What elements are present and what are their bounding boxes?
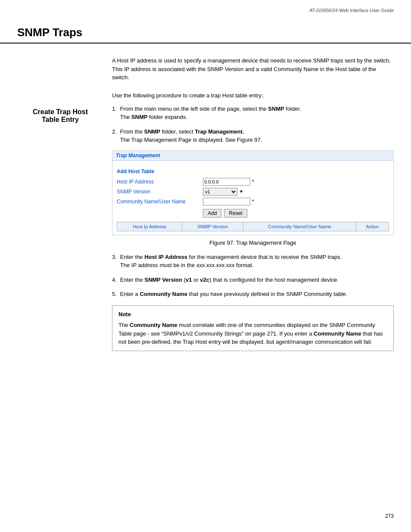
snmp-version-select[interactable]: v1 v2c	[203, 188, 237, 196]
snmp-version-input-group: v1 v2c ▼	[203, 188, 243, 196]
step-5-text: Enter a Community Name that you have pre…	[120, 290, 347, 299]
step-3-text: Enter the Host IP Address for the manage…	[120, 253, 342, 270]
add-button[interactable]: Add	[203, 209, 221, 218]
intro-text: A Host IP address is used to specify a m…	[112, 56, 394, 82]
step-1: 1. From the main menu on the left side o…	[112, 105, 394, 121]
step-5-num: 5.	[112, 290, 117, 299]
step-1-text: From the main menu on the left side of t…	[120, 105, 301, 121]
host-ip-required: *	[252, 179, 254, 185]
host-ip-input[interactable]	[203, 178, 250, 186]
steps-3-5: 3. Enter the Host IP Address for the man…	[112, 253, 394, 299]
figure-caption: Figure 97. Trap Management Page	[112, 240, 394, 246]
col-action: Action	[356, 222, 389, 231]
community-required: *	[252, 199, 254, 205]
steps-1-2: 1. From the main menu on the left side o…	[112, 105, 394, 144]
right-col: A Host IP address is used to specify a m…	[112, 56, 394, 351]
col-snmp-version: SNMP Version	[182, 222, 243, 231]
step-4-text: Enter the SNMP Version (v1 or v2c) that …	[120, 276, 339, 284]
trap-mgmt-title: Trap Management	[112, 151, 393, 161]
step-4-num: 4.	[112, 276, 117, 284]
page-title: SNMP Traps	[17, 26, 82, 39]
step-3: 3. Enter the Host IP Address for the man…	[112, 253, 394, 270]
header-text: AT-GS950/24 Web Interface User Guide	[309, 8, 394, 13]
left-col: Create Trap Host Table Entry	[17, 56, 112, 351]
col-host-ip: Host Ip Address	[117, 222, 182, 231]
main-content: Create Trap Host Table Entry A Host IP a…	[0, 44, 411, 351]
section-heading-line2: Table Entry	[17, 116, 103, 124]
procedure-intro: Use the following procedure to create a …	[112, 92, 394, 99]
snmp-version-label: SNMP Version	[117, 189, 203, 195]
step-1-num: 1.	[112, 105, 117, 121]
host-ip-label: Host IP Address	[117, 179, 203, 185]
snmp-version-arrow: ▼	[239, 189, 243, 194]
step-2-text: From the SNMP folder, select Trap Manage…	[120, 128, 262, 144]
form-row-host-ip: Host IP Address *	[117, 178, 389, 186]
step-2: 2. From the SNMP folder, select Trap Man…	[112, 128, 394, 144]
note-box: Note The Community Name must correlate w…	[112, 305, 394, 351]
form-row-snmp-version: SNMP Version v1 v2c ▼	[117, 188, 389, 196]
step-4: 4. Enter the SNMP Version (v1 or v2c) th…	[112, 276, 394, 284]
step-2-num: 2.	[112, 128, 117, 144]
host-table: Host Ip Address SNMP Version Community N…	[117, 222, 389, 231]
step-3-num: 3.	[112, 253, 117, 270]
step-5: 5. Enter a Community Name that you have …	[112, 290, 394, 299]
trap-management-figure: Trap Management Add Host Table Host IP A…	[112, 150, 394, 235]
page-number: 273	[385, 513, 394, 519]
btn-row: Add Reset	[203, 209, 389, 218]
community-input-group: *	[203, 198, 254, 205]
community-input[interactable]	[203, 198, 250, 205]
reset-button[interactable]: Reset	[224, 209, 247, 218]
community-label: Community Name/User Name	[117, 199, 203, 205]
form-row-community: Community Name/User Name *	[117, 198, 389, 205]
add-host-label: Add Host Table	[117, 168, 389, 174]
trap-mgmt-body: Add Host Table Host IP Address * SNMP Ve…	[112, 165, 393, 235]
page-title-section: SNMP Traps	[0, 13, 411, 44]
section-heading-line1: Create Trap Host	[17, 108, 103, 116]
page-header: AT-GS950/24 Web Interface User Guide	[0, 0, 411, 13]
note-text: The Community Name must correlate with o…	[118, 321, 387, 346]
note-title: Note	[118, 310, 387, 319]
col-community: Community Name/User Name	[243, 222, 356, 231]
host-ip-input-group: *	[203, 178, 254, 186]
